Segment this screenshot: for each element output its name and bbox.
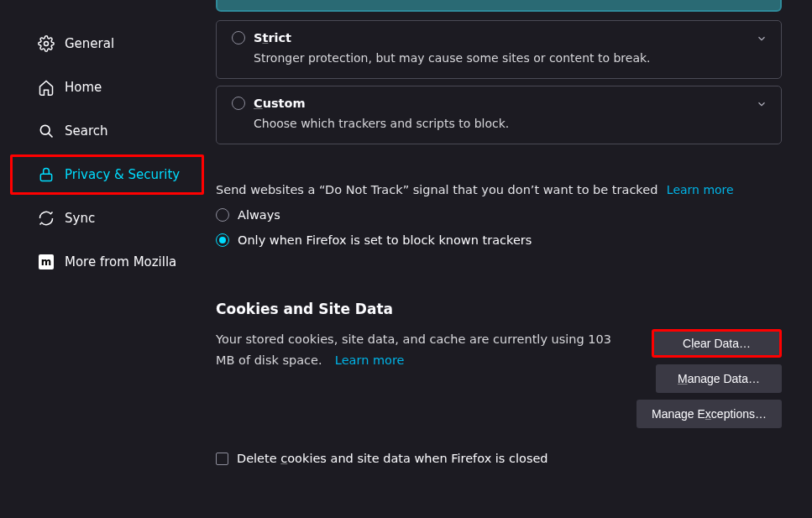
option-title: Strict <box>254 31 291 44</box>
svg-rect-3 <box>40 174 51 181</box>
search-icon <box>38 123 55 139</box>
chevron-down-icon <box>756 33 767 47</box>
clear-data-button[interactable]: Clear Data… <box>652 329 782 358</box>
sidebar-item-general[interactable]: General <box>10 24 194 64</box>
option-desc: Stronger protection, but may cause some … <box>254 51 766 65</box>
checkbox-label: Delete cookies and site data when Firefo… <box>237 452 548 465</box>
sidebar-item-label: Search <box>65 123 108 139</box>
settings-sidebar: General Home Search Privacy & Security S… <box>0 0 204 518</box>
sidebar-item-label: Home <box>65 80 102 95</box>
sidebar-item-home[interactable]: Home <box>10 67 194 107</box>
gear-icon <box>38 35 55 52</box>
dnt-description: Send websites a “Do Not Track” signal th… <box>216 183 657 196</box>
sidebar-item-label: Sync <box>65 211 95 226</box>
sync-icon <box>38 210 55 227</box>
cookies-usage-text: Your stored cookies, site data, and cach… <box>216 329 620 370</box>
chevron-down-icon <box>756 98 767 112</box>
protection-option-custom[interactable]: Custom Choose which trackers and scripts… <box>216 86 782 144</box>
sidebar-item-search[interactable]: Search <box>10 111 194 151</box>
radio-custom[interactable] <box>232 97 245 110</box>
option-title: Custom <box>254 97 306 110</box>
sidebar-item-privacy-security[interactable]: Privacy & Security <box>10 154 204 195</box>
mozilla-icon: m <box>38 254 55 270</box>
sidebar-item-more-mozilla[interactable]: m More from Mozilla <box>10 242 194 282</box>
cookies-section-title: Cookies and Site Data <box>216 301 782 317</box>
dnt-option-only-blocking[interactable]: Only when Firefox is set to block known … <box>216 233 782 247</box>
sidebar-item-sync[interactable]: Sync <box>10 198 194 238</box>
do-not-track-section: Send websites a “Do Not Track” signal th… <box>216 183 782 247</box>
radio-only-blocking[interactable] <box>216 233 229 247</box>
option-desc: Choose which trackers and scripts to blo… <box>254 117 766 130</box>
radio-strict[interactable] <box>232 31 245 44</box>
tracking-protection-banner: them to follow you between sites. Learn … <box>216 0 782 12</box>
radio-label: Only when Firefox is set to block known … <box>238 233 532 247</box>
sidebar-item-label: More from Mozilla <box>65 254 176 269</box>
manage-exceptions-button[interactable]: Manage Exceptions… <box>637 400 782 428</box>
sidebar-item-label: General <box>65 36 114 51</box>
cookies-desc: Your stored cookies, site data, and cach… <box>216 332 611 367</box>
sidebar-item-label: Privacy & Security <box>65 167 180 182</box>
svg-point-1 <box>40 125 50 134</box>
svg-point-0 <box>45 42 49 46</box>
radio-label: Always <box>238 208 280 222</box>
protection-option-strict[interactable]: Strict Stronger protection, but may caus… <box>216 20 782 79</box>
dnt-option-always[interactable]: Always <box>216 208 782 222</box>
radio-always[interactable] <box>216 208 229 222</box>
cookies-learn-more-link[interactable]: Learn more <box>335 353 405 367</box>
settings-content: them to follow you between sites. Learn … <box>204 0 812 518</box>
dnt-learn-more-link[interactable]: Learn more <box>667 183 734 196</box>
lock-icon <box>38 166 55 183</box>
delete-on-close-checkbox[interactable] <box>216 453 228 465</box>
svg-line-2 <box>49 133 53 138</box>
manage-data-button[interactable]: Manage Data… <box>656 364 782 393</box>
home-icon <box>38 79 55 96</box>
delete-on-close-row[interactable]: Delete cookies and site data when Firefo… <box>216 452 782 465</box>
